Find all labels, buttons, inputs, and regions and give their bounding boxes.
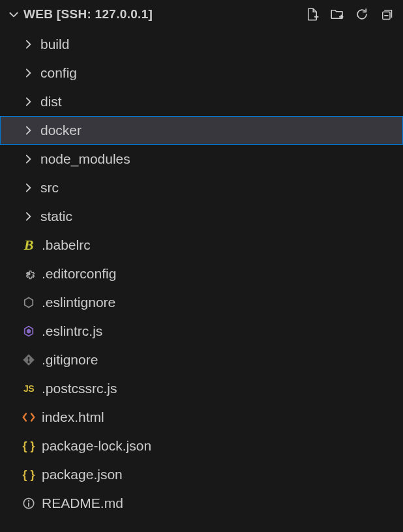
eslint-icon — [21, 323, 37, 339]
gear-icon — [21, 266, 37, 282]
folder-src[interactable]: src — [0, 173, 403, 202]
folder-label: src — [40, 180, 59, 196]
chevron-right-icon — [21, 37, 35, 52]
file-eslintignore[interactable]: .eslintignore — [0, 288, 403, 317]
folder-docker[interactable]: docker — [0, 116, 403, 145]
chevron-right-icon — [21, 209, 35, 224]
js-icon: JS — [21, 381, 37, 396]
chevron-right-icon — [21, 66, 35, 80]
file-tree: build config dist docker node_modules sr… — [0, 29, 403, 518]
refresh-icon[interactable] — [355, 7, 369, 22]
chevron-right-icon — [21, 152, 35, 166]
explorer-actions — [305, 7, 396, 22]
html-icon — [21, 409, 37, 425]
file-package-lock[interactable]: { } package-lock.json — [0, 432, 403, 460]
babel-icon: B — [21, 237, 37, 253]
file-label: .eslintrc.js — [42, 323, 102, 339]
folder-label: static — [40, 209, 72, 224]
file-index-html[interactable]: index.html — [0, 403, 403, 432]
file-label: index.html — [42, 409, 104, 425]
folder-label: dist — [40, 94, 62, 110]
file-label: .editorconfig — [42, 266, 116, 282]
collapse-all-icon[interactable] — [380, 7, 394, 22]
folder-label: build — [40, 37, 69, 52]
file-label: .postcssrc.js — [42, 381, 117, 396]
file-label: .babelrc — [42, 237, 91, 253]
new-file-icon[interactable] — [305, 7, 320, 22]
info-icon — [21, 495, 37, 511]
explorer-header: WEB [SSH: 127.0.0.1] — [0, 0, 403, 29]
svg-point-4 — [28, 500, 30, 502]
svg-point-1 — [28, 357, 30, 359]
folder-label: config — [40, 65, 77, 81]
file-editorconfig[interactable]: .editorconfig — [0, 259, 403, 288]
chevron-right-icon — [21, 95, 35, 109]
file-label: README.md — [42, 495, 123, 511]
folder-static[interactable]: static — [0, 202, 403, 231]
file-postcssrc[interactable]: JS .postcssrc.js — [0, 374, 403, 403]
folder-label: docker — [40, 123, 82, 138]
folder-config[interactable]: config — [0, 59, 403, 87]
chevron-right-icon — [21, 181, 35, 195]
file-eslintrc[interactable]: .eslintrc.js — [0, 317, 403, 346]
file-label: package.json — [42, 467, 123, 482]
file-label: .eslintignore — [42, 295, 115, 310]
folder-dist[interactable]: dist — [0, 87, 403, 116]
file-label: package-lock.json — [42, 438, 151, 454]
folder-node-modules[interactable]: node_modules — [0, 145, 403, 173]
eslint-ignore-icon — [21, 295, 37, 310]
chevron-right-icon — [21, 123, 35, 138]
file-babelrc[interactable]: B .babelrc — [0, 231, 403, 259]
folder-label: node_modules — [40, 151, 130, 167]
new-folder-icon[interactable] — [330, 7, 344, 22]
explorer-header-left[interactable]: WEB [SSH: 127.0.0.1] — [5, 7, 153, 22]
json-icon: { } — [21, 438, 37, 454]
file-gitignore[interactable]: .gitignore — [0, 346, 403, 374]
file-label: .gitignore — [42, 352, 98, 368]
json-icon: { } — [21, 467, 37, 482]
git-icon — [21, 352, 37, 368]
folder-build[interactable]: build — [0, 30, 403, 59]
file-readme[interactable]: README.md — [0, 489, 403, 518]
chevron-down-icon — [7, 7, 21, 22]
svg-point-2 — [28, 361, 30, 363]
explorer-title: WEB [SSH: 127.0.0.1] — [23, 7, 153, 22]
file-package-json[interactable]: { } package.json — [0, 460, 403, 489]
